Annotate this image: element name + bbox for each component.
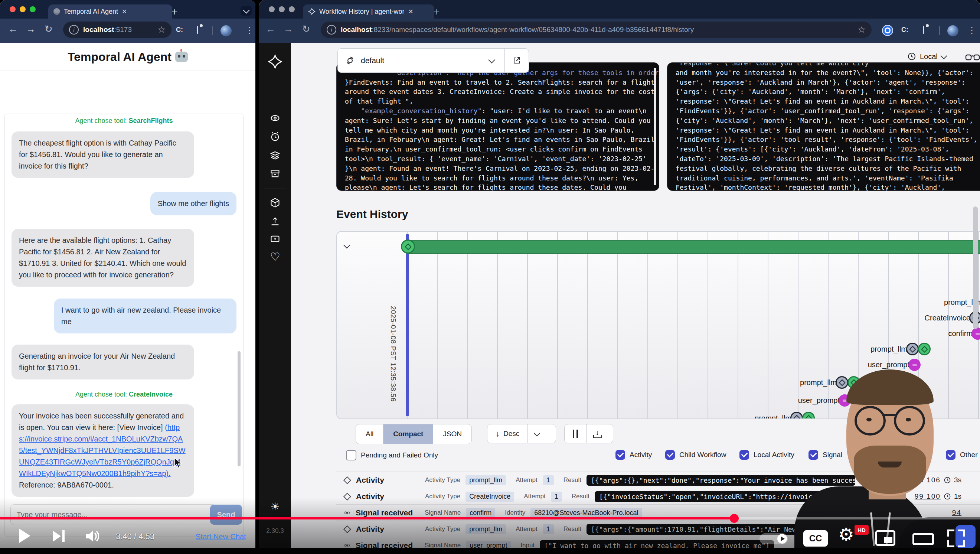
batch-layers-icon[interactable]	[270, 150, 280, 161]
activity-checkbox[interactable]	[616, 450, 625, 460]
feedback-screen-icon[interactable]	[270, 234, 280, 244]
timeline-expand-chevron-icon[interactable]	[344, 242, 350, 248]
filter-child-workflow[interactable]: Child Workflow	[665, 450, 726, 460]
time-zone-select[interactable]: Local	[907, 52, 946, 61]
temporal-logo-icon[interactable]	[268, 54, 283, 69]
send-button[interactable]: Send	[210, 505, 242, 525]
window-controls[interactable]	[10, 6, 36, 12]
close-window-icon[interactable]	[10, 6, 16, 12]
code-scrollbar[interactable]	[654, 68, 656, 185]
back-icon[interactable]: ←	[266, 24, 275, 34]
webcam-person	[776, 366, 980, 548]
extension-c-icon[interactable]: C:	[901, 26, 908, 34]
settings-gear-icon[interactable]: ⚙	[838, 526, 854, 544]
minimize-window-icon[interactable]	[279, 6, 285, 12]
site-info-icon[interactable]: i	[69, 25, 79, 35]
address-bar[interactable]: i localhost:8233/namespaces/default/work…	[321, 22, 872, 38]
tab-workflow-history[interactable]: Workflow History | agent-wor ✕	[303, 5, 434, 19]
tab-overflow-chevron-icon[interactable]	[240, 6, 252, 16]
activity-diamond-icon	[344, 492, 351, 500]
pause-download-buttons[interactable]: ↓	[564, 424, 613, 443]
workflows-eye-icon[interactable]	[270, 113, 280, 123]
site-info-icon[interactable]: i	[327, 25, 336, 35]
browser-menu-icon[interactable]: ⋮	[245, 25, 254, 36]
window-controls[interactable]	[269, 6, 295, 12]
bookmark-star-icon[interactable]: ☆	[858, 24, 865, 35]
extensions-puzzle-icon[interactable]	[197, 26, 198, 34]
schedules-clock-icon[interactable]	[270, 131, 280, 142]
minimize-window-icon[interactable]	[20, 6, 25, 12]
captions-button[interactable]: CC	[803, 530, 828, 546]
player-playhead[interactable]	[730, 514, 739, 523]
autoplay-toggle[interactable]	[759, 533, 788, 544]
workflow-input-json-panel[interactable]: "description": "Help the user gather arg…	[336, 62, 659, 191]
back-icon[interactable]: ←	[8, 24, 18, 34]
fullscreen-button[interactable]	[947, 530, 965, 547]
forward-icon[interactable]: →	[283, 24, 293, 34]
new-tab-button[interactable]: +	[172, 7, 177, 17]
archive-icon[interactable]	[270, 169, 280, 179]
zoom-window-icon[interactable]	[30, 6, 36, 12]
extensions-puzzle-icon[interactable]	[923, 26, 924, 34]
zoom-window-icon[interactable]	[289, 6, 295, 12]
sort-order-button[interactable]: ↓ Desc	[487, 424, 556, 443]
next-button[interactable]	[53, 530, 65, 542]
profile-avatar[interactable]	[221, 25, 232, 37]
password-extension-icon[interactable]	[882, 25, 893, 36]
play-button[interactable]	[19, 529, 30, 543]
close-tab-icon[interactable]: ✕	[122, 8, 127, 16]
local-activity-checkbox[interactable]	[740, 450, 749, 460]
user-message: I want to go with air new zealand. Pleas…	[54, 299, 237, 333]
activity-completed-marker[interactable]	[918, 343, 931, 355]
close-window-icon[interactable]	[269, 6, 275, 12]
chat-message-list[interactable]: Agent chose tool: SearchFlights The chea…	[5, 114, 243, 537]
open-namespace-external-icon[interactable]	[512, 56, 521, 65]
volume-icon[interactable]	[84, 529, 101, 544]
page-scrollbar[interactable]	[973, 207, 978, 329]
history-view-segmented[interactable]: All Compact JSON	[356, 424, 472, 444]
sort-chevron-icon	[534, 430, 541, 436]
pending-failed-checkbox[interactable]	[346, 450, 356, 460]
namespace-cube-icon[interactable]	[270, 197, 280, 208]
view-compact-tab[interactable]: Compact	[383, 424, 433, 444]
reload-icon[interactable]: ↻	[302, 24, 310, 34]
tab-temporal-ai-agent[interactable]: Temporal AI Agent ✕	[48, 5, 172, 19]
new-tab-button[interactable]: +	[434, 7, 439, 17]
extension-c-icon[interactable]: C:	[176, 26, 183, 34]
sort-arrow-icon: ↓	[496, 429, 500, 439]
bookmark-star-icon[interactable]: ☆	[158, 24, 165, 35]
favorites-heart-icon[interactable]: ♡	[270, 250, 280, 263]
namespace-select[interactable]: default	[337, 48, 529, 73]
right-tabstrip: Workflow History | agent-wor ✕ +	[259, 0, 980, 19]
close-tab-icon[interactable]: ✕	[408, 8, 413, 16]
theater-mode-button[interactable]	[912, 533, 934, 545]
workflow-start-marker[interactable]	[401, 239, 415, 254]
view-json-tab[interactable]: JSON	[433, 424, 471, 444]
activity-scheduled-marker[interactable]	[906, 343, 919, 355]
page-title: Temporal AI Agent	[68, 50, 172, 64]
import-upload-icon[interactable]	[270, 216, 280, 226]
miniplayer-button[interactable]	[875, 530, 896, 546]
workflow-result-json-panel[interactable]: 'response': \"Sure! Could you tell me wh…	[667, 62, 980, 191]
forward-icon[interactable]: →	[26, 24, 36, 34]
profile-avatar[interactable]	[947, 25, 958, 37]
signal-icon	[343, 509, 351, 517]
filter-activity[interactable]: Activity	[616, 450, 652, 460]
download-icon[interactable]: ↓	[593, 429, 602, 438]
theme-sun-icon[interactable]: ☀	[270, 500, 280, 513]
browser-menu-icon[interactable]: ⋮	[967, 25, 976, 36]
start-new-chat-link[interactable]: Start New Chat	[196, 532, 246, 541]
pause-icon[interactable]	[573, 430, 578, 438]
view-all-tab[interactable]: All	[356, 424, 383, 444]
reload-icon[interactable]: ↻	[45, 24, 53, 34]
player-progress-remaining[interactable]	[734, 517, 980, 519]
address-bar[interactable]: i localhost:5173 ☆	[63, 22, 172, 38]
pending-failed-filter[interactable]: Pending and Failed Only	[346, 450, 438, 460]
player-progress-played[interactable]	[0, 517, 734, 519]
chat-scrollbar[interactable]	[237, 351, 240, 466]
child-workflow-checkbox[interactable]	[665, 450, 675, 460]
labs-glasses-icon[interactable]	[965, 53, 980, 62]
workflow-execution-bar[interactable]	[407, 240, 980, 254]
chat-header: Temporal AI Agent	[0, 43, 255, 71]
message-input[interactable]	[10, 504, 216, 525]
